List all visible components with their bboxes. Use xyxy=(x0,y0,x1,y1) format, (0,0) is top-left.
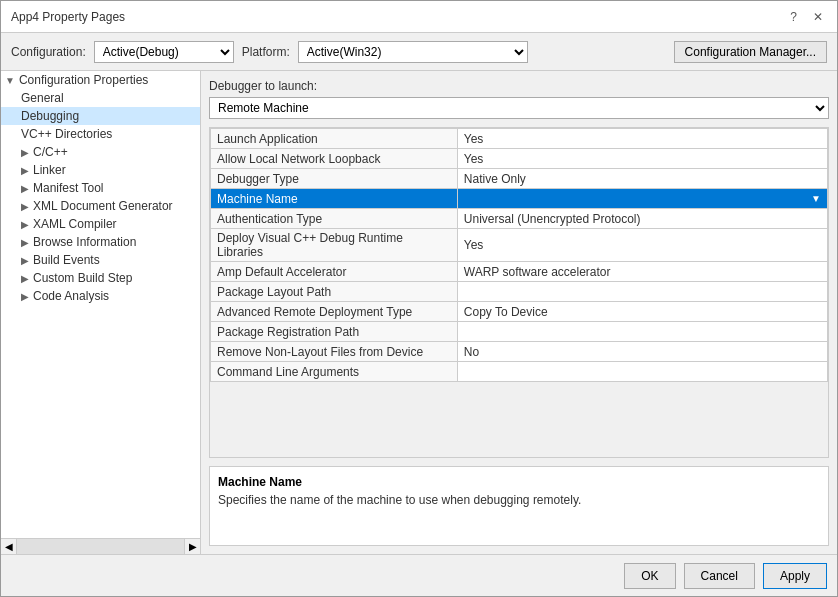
config-label: Configuration: xyxy=(11,45,86,59)
expand-arrow-cpp: ▶ xyxy=(21,147,29,158)
sidebar-label-custom: Custom Build Step xyxy=(33,271,132,285)
sidebar-item-code-analysis[interactable]: ▶ Code Analysis xyxy=(1,287,200,305)
sidebar-item-browse-info[interactable]: ▶ Browse Information xyxy=(1,233,200,251)
sidebar-item-cpp[interactable]: ▶ C/C++ xyxy=(1,143,200,161)
title-bar: App4 Property Pages ? ✕ xyxy=(1,1,837,33)
prop-name-cell: Remove Non-Layout Files from Device xyxy=(211,342,458,362)
help-icon[interactable]: ? xyxy=(786,10,801,24)
table-row[interactable]: Allow Local Network LoopbackYes xyxy=(211,149,828,169)
expand-arrow-custom: ▶ xyxy=(21,273,29,284)
window-title: App4 Property Pages xyxy=(11,10,125,24)
scroll-left-btn[interactable]: ◀ xyxy=(1,539,17,555)
sidebar-item-build-events[interactable]: ▶ Build Events xyxy=(1,251,200,269)
sidebar-item-general[interactable]: General xyxy=(1,89,200,107)
footer: OK Cancel Apply xyxy=(1,554,837,596)
expand-arrow-browse: ▶ xyxy=(21,237,29,248)
expand-arrow-build: ▶ xyxy=(21,255,29,266)
debugger-select[interactable]: Remote Machine xyxy=(209,97,829,119)
sidebar-wrapper: ▼ Configuration Properties General Debug… xyxy=(1,71,201,554)
configuration-select[interactable]: Active(Debug) xyxy=(94,41,234,63)
apply-button[interactable]: Apply xyxy=(763,563,827,589)
sidebar-label-linker: Linker xyxy=(33,163,66,177)
prop-value-cell xyxy=(457,362,827,382)
toolbar: Configuration: Active(Debug) Platform: A… xyxy=(1,33,837,71)
prop-value-cell xyxy=(457,282,827,302)
prop-value-cell: Copy To Device xyxy=(457,302,827,322)
sidebar-item-vc-directories[interactable]: VC++ Directories xyxy=(1,125,200,143)
prop-name-cell: Advanced Remote Deployment Type xyxy=(211,302,458,322)
expand-arrow-manifest: ▶ xyxy=(21,183,29,194)
platform-select[interactable]: Active(Win32) xyxy=(298,41,528,63)
prop-name-cell: Debugger Type xyxy=(211,169,458,189)
table-row[interactable]: Debugger TypeNative Only xyxy=(211,169,828,189)
table-row[interactable]: Launch ApplicationYes xyxy=(211,129,828,149)
prop-value-cell xyxy=(457,322,827,342)
cancel-button[interactable]: Cancel xyxy=(684,563,755,589)
table-row[interactable]: Command Line Arguments xyxy=(211,362,828,382)
main-panel: Debugger to launch: Remote Machine Launc… xyxy=(201,71,837,554)
sidebar-label-code: Code Analysis xyxy=(33,289,109,303)
table-row[interactable]: Package Registration Path xyxy=(211,322,828,342)
prop-value-cell: Yes xyxy=(457,229,827,262)
sidebar: ▼ Configuration Properties General Debug… xyxy=(1,71,200,538)
sidebar-label-browse: Browse Information xyxy=(33,235,136,249)
prop-value-cell: Yes xyxy=(457,149,827,169)
properties-container: Launch ApplicationYesAllow Local Network… xyxy=(209,127,829,458)
table-row[interactable]: Authentication TypeUniversal (Unencrypte… xyxy=(211,209,828,229)
prop-name-cell: Amp Default Accelerator xyxy=(211,262,458,282)
prop-name-cell: Deploy Visual C++ Debug Runtime Librarie… xyxy=(211,229,458,262)
properties-table: Launch ApplicationYesAllow Local Network… xyxy=(210,128,828,382)
prop-value-cell[interactable]: ▼ xyxy=(457,189,827,209)
info-prop-desc: Specifies the name of the machine to use… xyxy=(218,493,820,507)
table-row[interactable]: Deploy Visual C++ Debug Runtime Librarie… xyxy=(211,229,828,262)
dropdown-arrow[interactable]: ▼ xyxy=(811,193,821,204)
prop-name-cell: Launch Application xyxy=(211,129,458,149)
debugger-label: Debugger to launch: xyxy=(209,79,829,93)
prop-name-cell: Authentication Type xyxy=(211,209,458,229)
sidebar-label-build: Build Events xyxy=(33,253,100,267)
title-bar-controls: ? ✕ xyxy=(786,10,827,24)
main-window: App4 Property Pages ? ✕ Configuration: A… xyxy=(0,0,838,597)
sidebar-item-manifest-tool[interactable]: ▶ Manifest Tool xyxy=(1,179,200,197)
sidebar-scrollbar: ◀ ▶ xyxy=(1,538,200,554)
expand-arrow-linker: ▶ xyxy=(21,165,29,176)
prop-value-cell: No xyxy=(457,342,827,362)
sidebar-label-cpp: C/C++ xyxy=(33,145,68,159)
table-row[interactable]: Package Layout Path xyxy=(211,282,828,302)
scroll-track[interactable] xyxy=(17,539,184,555)
platform-label: Platform: xyxy=(242,45,290,59)
debugger-dropdown: Remote Machine xyxy=(209,97,829,119)
sidebar-item-linker[interactable]: ▶ Linker xyxy=(1,161,200,179)
prop-value-cell: Native Only xyxy=(457,169,827,189)
prop-value-cell: WARP software accelerator xyxy=(457,262,827,282)
prop-name-cell: Machine Name xyxy=(211,189,458,209)
config-manager-button[interactable]: Configuration Manager... xyxy=(674,41,827,63)
sidebar-root-label: Configuration Properties xyxy=(19,73,148,87)
sidebar-label-xaml: XAML Compiler xyxy=(33,217,117,231)
prop-name-cell: Command Line Arguments xyxy=(211,362,458,382)
table-row[interactable]: Remove Non-Layout Files from DeviceNo xyxy=(211,342,828,362)
prop-value-cell: Yes xyxy=(457,129,827,149)
info-panel: Machine Name Specifies the name of the m… xyxy=(209,466,829,546)
prop-name-cell: Allow Local Network Loopback xyxy=(211,149,458,169)
sidebar-item-xaml-compiler[interactable]: ▶ XAML Compiler xyxy=(1,215,200,233)
table-row[interactable]: Machine Name▼ xyxy=(211,189,828,209)
sidebar-item-custom-build[interactable]: ▶ Custom Build Step xyxy=(1,269,200,287)
ok-button[interactable]: OK xyxy=(624,563,675,589)
collapse-arrow: ▼ xyxy=(5,75,15,86)
sidebar-item-xml-doc-gen[interactable]: ▶ XML Document Generator xyxy=(1,197,200,215)
sidebar-root[interactable]: ▼ Configuration Properties xyxy=(1,71,200,89)
close-icon[interactable]: ✕ xyxy=(809,10,827,24)
expand-arrow-xml: ▶ xyxy=(21,201,29,212)
prop-value-cell: Universal (Unencrypted Protocol) xyxy=(457,209,827,229)
scroll-right-btn[interactable]: ▶ xyxy=(184,539,200,555)
prop-name-cell: Package Registration Path xyxy=(211,322,458,342)
sidebar-label-xml: XML Document Generator xyxy=(33,199,173,213)
content-area: ▼ Configuration Properties General Debug… xyxy=(1,71,837,554)
prop-name-cell: Package Layout Path xyxy=(211,282,458,302)
info-prop-name: Machine Name xyxy=(218,475,820,489)
table-row[interactable]: Advanced Remote Deployment TypeCopy To D… xyxy=(211,302,828,322)
table-row[interactable]: Amp Default AcceleratorWARP software acc… xyxy=(211,262,828,282)
expand-arrow-xaml: ▶ xyxy=(21,219,29,230)
sidebar-item-debugging[interactable]: Debugging xyxy=(1,107,200,125)
